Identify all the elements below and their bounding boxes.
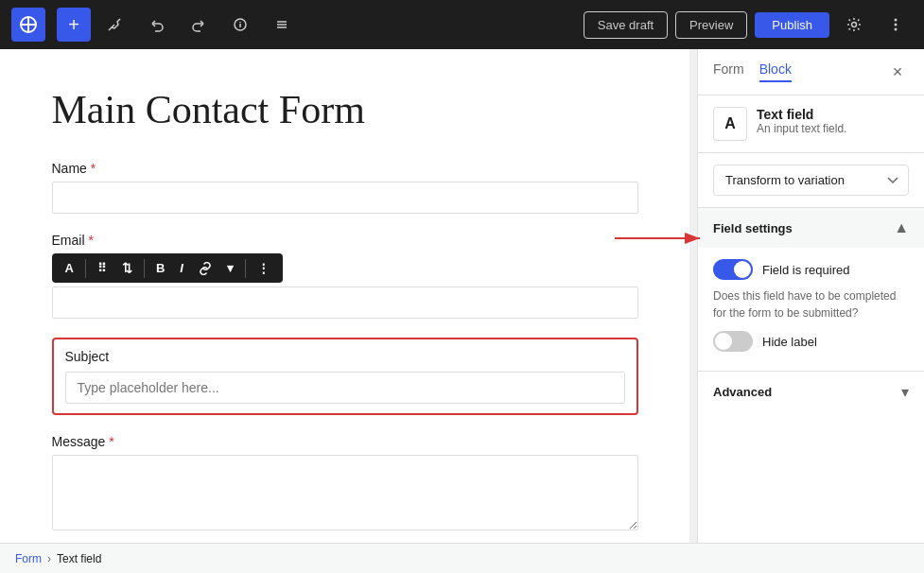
info-button[interactable]	[223, 8, 257, 42]
field-required-toggle[interactable]	[713, 259, 753, 280]
breadcrumb-form[interactable]: Form	[15, 552, 42, 565]
editor-area: Main Contact Form Name * Email * A	[0, 49, 689, 543]
more-toolbar-button[interactable]: ⋮	[252, 257, 275, 279]
transform-variation-select[interactable]: Transform to variation	[713, 165, 909, 196]
toolbar-sep-3	[245, 259, 246, 278]
name-required-star: *	[91, 161, 96, 176]
breadcrumb-text-field: Text field	[57, 552, 101, 565]
field-subject[interactable]: Subject	[52, 338, 638, 415]
advanced-toggle-icon: ▾	[901, 383, 909, 401]
block-icon: A	[713, 107, 747, 141]
toolbar-right: Save draft Preview Publish	[584, 8, 913, 42]
toolbar-sep-2	[144, 259, 145, 278]
svg-point-7	[852, 23, 857, 27]
hide-label-toggle[interactable]	[713, 331, 753, 352]
sidebar: Form Block × A Text field An input text …	[697, 49, 924, 543]
main-layout: Main Contact Form Name * Email * A	[0, 49, 924, 543]
field-settings-title: Field settings	[713, 221, 793, 235]
more-options-button[interactable]	[879, 8, 913, 42]
email-label: Email *	[52, 233, 638, 248]
tools-button[interactable]	[98, 8, 132, 42]
name-label: Name *	[52, 161, 638, 176]
tab-form[interactable]: Form	[713, 61, 744, 82]
editor-content: Main Contact Form Name * Email * A	[14, 49, 676, 543]
block-desc: An input text field.	[757, 122, 846, 135]
name-input[interactable]	[52, 182, 638, 214]
save-draft-button[interactable]: Save draft	[584, 11, 668, 39]
editor-scrollbar[interactable]	[689, 49, 697, 543]
message-textarea[interactable]	[52, 455, 638, 530]
svg-point-8	[895, 19, 898, 22]
toolbar-sep-1	[85, 259, 86, 278]
field-message: Message *	[52, 434, 638, 534]
block-title: Text field	[757, 107, 846, 122]
field-required-label: Field is required	[762, 263, 850, 277]
hide-label-label: Hide label	[762, 335, 817, 349]
add-block-button[interactable]: +	[57, 8, 91, 42]
message-required-star: *	[109, 434, 113, 449]
move-arrows-button[interactable]: ⇅	[116, 257, 138, 279]
field-settings-content: Field is required Does this field have t…	[698, 248, 924, 371]
sidebar-block-info: A Text field An input text field.	[698, 96, 924, 153]
undo-button[interactable]	[140, 8, 174, 42]
field-required-row: Field is required	[713, 259, 909, 280]
field-settings-toggle-icon: ▲	[894, 219, 909, 236]
field-name: Name *	[52, 161, 638, 214]
breadcrumb: Form › Text field	[0, 543, 924, 573]
hide-label-row: Hide label	[713, 331, 909, 352]
svg-point-10	[895, 28, 898, 31]
italic-button[interactable]: I	[174, 257, 189, 279]
wp-logo	[11, 8, 45, 42]
close-sidebar-button[interactable]: ×	[886, 61, 909, 83]
subject-input[interactable]	[65, 372, 625, 404]
bold-button[interactable]: B	[150, 257, 170, 279]
block-info-text: Text field An input text field.	[757, 107, 846, 135]
sidebar-tabs: Form Block	[713, 61, 792, 82]
dropdown-button[interactable]: ▾	[221, 257, 239, 279]
field-settings-section: Field settings ▲ Field is required Does …	[698, 207, 924, 371]
publish-button[interactable]: Publish	[755, 12, 829, 38]
drag-handle-button[interactable]: ⠿	[92, 257, 113, 279]
hide-label-knob	[715, 333, 732, 350]
email-input[interactable]	[52, 286, 638, 319]
advanced-section-header[interactable]: Advanced ▾	[698, 372, 924, 412]
field-required-desc: Does this field have to be completed for…	[713, 287, 909, 321]
advanced-section: Advanced ▾	[698, 371, 924, 412]
preview-button[interactable]: Preview	[675, 11, 747, 39]
svg-point-9	[895, 24, 898, 26]
list-view-button[interactable]	[265, 8, 299, 42]
redo-button[interactable]	[182, 8, 216, 42]
message-label: Message *	[52, 434, 638, 449]
email-required-star: *	[89, 233, 94, 248]
subject-label: Subject	[65, 349, 625, 364]
settings-button[interactable]	[837, 8, 871, 42]
field-required-knob	[734, 261, 751, 278]
main-toolbar: + Save draft Preview Publish	[0, 0, 924, 49]
tab-block[interactable]: Block	[759, 61, 792, 82]
breadcrumb-separator: ›	[47, 552, 51, 565]
field-settings-header[interactable]: Field settings ▲	[698, 208, 924, 248]
advanced-title: Advanced	[713, 385, 772, 399]
sidebar-header: Form Block ×	[698, 49, 924, 96]
link-button[interactable]	[193, 258, 218, 279]
form-title[interactable]: Main Contact Form	[52, 87, 638, 132]
email-inline-toolbar: A ⠿ ⇅ B I ▾ ⋮	[52, 253, 283, 283]
font-size-button[interactable]: A	[60, 257, 79, 279]
field-email: Email * A ⠿ ⇅ B I ▾ ⋮	[52, 233, 638, 319]
